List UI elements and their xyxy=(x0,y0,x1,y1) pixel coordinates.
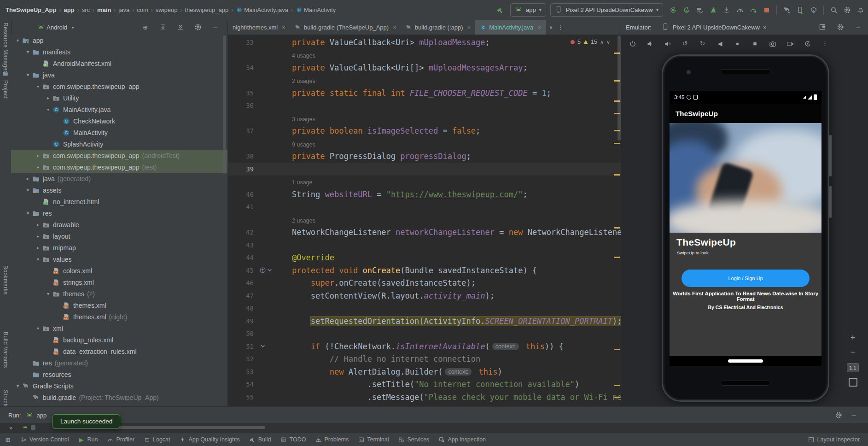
tree-item[interactable]: build.gradle(Project: TheSwipeUp_App) xyxy=(11,392,227,403)
line-number[interactable]: 34 xyxy=(228,64,259,71)
line-number[interactable]: 45 xyxy=(228,267,259,274)
tree-item[interactable]: ▸com.swipeup.theswipeup_app(androidTest) xyxy=(11,150,227,161)
line-number[interactable]: 41 xyxy=(228,203,259,211)
hide-button[interactable]: ─ xyxy=(210,22,222,33)
tree-item[interactable]: ▸com.swipeup.theswipeup_app(test) xyxy=(11,161,227,173)
fold-arrow-icon[interactable] xyxy=(259,343,266,350)
tree-item[interactable]: CMainActivity xyxy=(11,127,227,138)
editor-line[interactable]: 35private static final int FILE_CHOOSER_… xyxy=(228,87,621,100)
project-tool-icon[interactable] xyxy=(2,70,8,78)
line-number[interactable]: 39 xyxy=(228,165,259,173)
breadcrumb-item[interactable]: src xyxy=(82,6,90,13)
warning-stripe-mark[interactable] xyxy=(614,143,620,144)
editor-line[interactable]: 52// Handle no internet connection xyxy=(228,353,621,366)
tree-item[interactable]: Hno_internet.html xyxy=(11,196,227,207)
tool-window-button-bookmarks[interactable]: Bookmarks xyxy=(2,265,9,295)
line-number[interactable]: 51 xyxy=(228,343,259,350)
rerun-app-button[interactable] xyxy=(667,4,679,16)
editor-line[interactable]: 47setContentView(R.layout.activity_main)… xyxy=(228,289,621,302)
editor-line[interactable]: 33private ValueCallback<Uri> mUploadMess… xyxy=(228,36,621,49)
usages-inlay[interactable]: 9 usages xyxy=(292,141,315,148)
inspections-widget[interactable]: 5 15 ∧ ∨ xyxy=(571,39,610,45)
project-scrollbar[interactable] xyxy=(223,35,226,174)
editor-line[interactable]: 45protected void onCreate(Bundle savedIn… xyxy=(228,264,621,277)
rotate-left-button[interactable]: ↺ xyxy=(679,38,691,49)
code-editor[interactable]: 33private ValueCallback<Uri> mUploadMess… xyxy=(227,35,621,406)
profiler-button[interactable] xyxy=(734,4,746,16)
back-button[interactable]: ◀ xyxy=(714,38,726,49)
tree-item[interactable]: ▾com.swipeup.theswipeup_app xyxy=(11,81,227,92)
bottom-bar-item-problems[interactable]: Problems xyxy=(310,433,353,446)
editor-tab[interactable]: night\themes.xml× xyxy=(228,20,290,35)
editor-line[interactable]: 44@Override xyxy=(228,252,621,264)
bottom-bar-item-todo[interactable]: TODO xyxy=(276,433,311,446)
device-manager-button[interactable] xyxy=(794,4,806,16)
breadcrumb-item[interactable]: MainActivity xyxy=(304,6,336,13)
warning-stripe-mark[interactable] xyxy=(614,349,620,350)
chevron-expanded-icon[interactable]: ▾ xyxy=(44,107,52,112)
bottom-bar-item-run[interactable]: ▶Run xyxy=(73,433,102,446)
chevron-expanded-icon[interactable]: ▾ xyxy=(44,291,52,296)
tree-item[interactable]: ▾CMainActivity.java xyxy=(11,104,227,115)
emulator-device-tab[interactable]: Pixel 2 API UpsideDownCakeww × xyxy=(658,20,770,35)
expand-all-button[interactable] xyxy=(175,22,187,33)
chevrons-icon[interactable]: » xyxy=(0,424,13,431)
chevron-collapsed-icon[interactable]: ▸ xyxy=(34,245,42,250)
editor-scrollbar[interactable] xyxy=(618,35,621,141)
run-settings-icon[interactable] xyxy=(833,410,845,421)
usages-inlay[interactable]: 2 usages xyxy=(292,217,315,224)
line-number[interactable]: 38 xyxy=(228,153,259,160)
line-number[interactable]: 42 xyxy=(228,229,259,236)
sdk-manager-button[interactable] xyxy=(808,4,819,16)
editor-line[interactable]: 34private ValueCallback<Uri[]> mUploadMe… xyxy=(228,61,621,74)
volume-down-button[interactable] xyxy=(644,38,656,49)
usages-inlay[interactable]: 1 usage xyxy=(292,179,312,186)
bottom-bar-item-app-quality-insights[interactable]: App Quality Insights xyxy=(175,433,245,446)
collapse-all-button[interactable] xyxy=(158,22,169,33)
breadcrumb-item[interactable]: app xyxy=(64,6,75,13)
power-button[interactable] xyxy=(627,38,638,49)
line-number[interactable]: 33 xyxy=(228,39,259,46)
tree-item[interactable]: ▾app xyxy=(11,35,227,46)
warning-stripe-mark[interactable] xyxy=(614,257,620,258)
editor-line[interactable]: 46super.onCreate(savedInstanceState); xyxy=(228,277,621,290)
tree-item[interactable]: <>strings.xml xyxy=(11,276,227,288)
hide-button[interactable]: ─ xyxy=(852,22,864,33)
close-icon[interactable]: × xyxy=(282,24,285,31)
notifications-button[interactable] xyxy=(855,4,866,16)
editor-line[interactable]: 3 usages xyxy=(228,112,621,125)
volume-up-button[interactable] xyxy=(662,38,673,49)
more-button[interactable]: ⋮ xyxy=(819,38,831,49)
editor-line[interactable]: 4 usages xyxy=(228,49,621,62)
editor-line[interactable]: 2 usages xyxy=(228,74,621,87)
warning-stripe-mark[interactable] xyxy=(614,385,620,386)
line-number[interactable]: 54 xyxy=(228,381,259,388)
tree-item[interactable]: ▾java xyxy=(11,69,227,81)
prev-problem-icon[interactable]: ∧ xyxy=(600,39,604,45)
settings-button[interactable] xyxy=(841,4,853,16)
zoom-reset-button[interactable]: 1:1 xyxy=(847,363,858,372)
close-icon[interactable]: × xyxy=(763,24,767,31)
profile-app-button[interactable] xyxy=(747,4,759,16)
breadcrumb-item[interactable]: MainActivity.java xyxy=(244,6,288,13)
line-number[interactable]: 35 xyxy=(228,89,259,97)
home-button[interactable]: ● xyxy=(732,38,743,49)
hide-panel-icon[interactable]: ─ xyxy=(852,412,856,419)
bottom-bar-item-profiler[interactable]: Profiler xyxy=(102,433,139,446)
tree-item[interactable]: ▸java(generated) xyxy=(11,173,227,184)
attach-debugger-button[interactable] xyxy=(721,4,732,16)
sync-gradle-button[interactable] xyxy=(781,4,792,16)
overview-button[interactable]: ■ xyxy=(749,38,761,49)
project-view-selector[interactable]: Android xyxy=(47,24,67,31)
tree-item[interactable]: CSplashActivity xyxy=(11,138,227,150)
editor-line[interactable]: 2 usages xyxy=(228,213,621,226)
line-number[interactable]: 44 xyxy=(228,254,259,261)
warning-stripe-mark[interactable] xyxy=(614,227,620,229)
line-number[interactable]: 50 xyxy=(228,330,259,337)
stop-button[interactable] xyxy=(761,4,772,16)
run-config-selector[interactable]: app ▾ xyxy=(510,3,546,17)
editor-line[interactable]: 41 xyxy=(228,201,621,214)
tree-item[interactable]: ▾xml xyxy=(11,323,227,334)
float-window-button[interactable] xyxy=(816,22,828,33)
line-number[interactable]: 46 xyxy=(228,279,259,287)
